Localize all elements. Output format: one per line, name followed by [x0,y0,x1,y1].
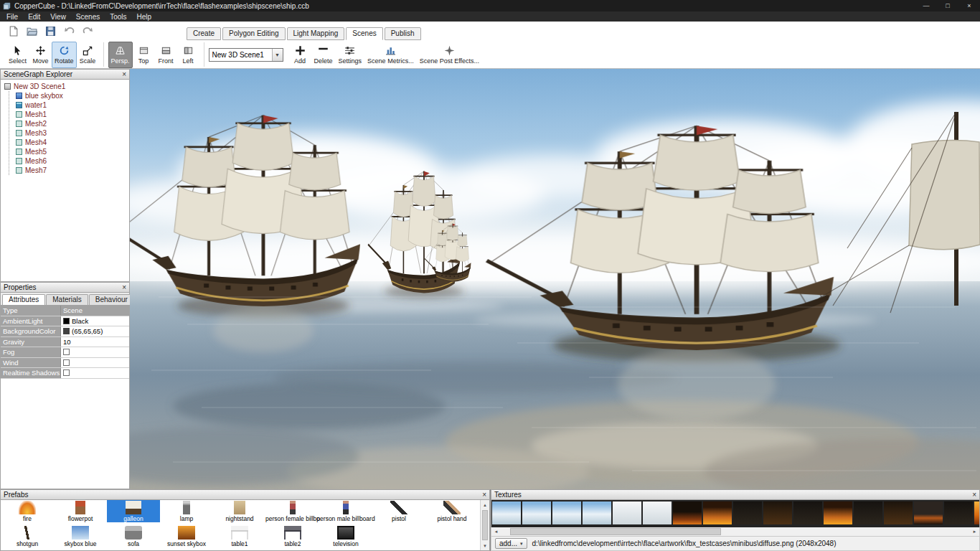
close-scenegraph-icon[interactable]: × [122,71,126,78]
color-swatch[interactable] [63,328,70,334]
prefab-item-shotgun[interactable]: shotgun [1,525,54,547]
scene-settings-button[interactable]: Settings [336,42,365,68]
scroll-right-icon[interactable]: ► [970,527,979,536]
persp-view-button[interactable]: Persp. [108,42,133,68]
prefab-item-sofa[interactable]: sofa [107,525,160,547]
tree-item-mesh4[interactable]: Mesh4 [16,138,129,147]
tree-item-scene-root[interactable]: New 3D Scene1 [4,82,129,91]
texture-thumb-8[interactable] [703,501,732,524]
tab-scenes[interactable]: Scenes [346,27,382,40]
prefab-item-person-male[interactable]: person male billboard [319,500,372,522]
prefab-item-skybox-blue[interactable]: skybox blue [54,525,107,547]
scene-selector-dropdown[interactable]: New 3D Scene1 ▼ [209,48,283,62]
scale-tool-button[interactable]: Scale [77,42,99,68]
wind-checkbox[interactable] [63,359,70,366]
scroll-track[interactable] [501,527,970,536]
tab-publish[interactable]: Publish [385,27,421,40]
texture-thumb-1[interactable] [492,501,521,524]
add-texture-button[interactable]: add... ▾ [495,538,527,549]
texture-thumb-9[interactable] [733,501,762,524]
prefab-item-galleon[interactable]: galleon [107,500,160,522]
tree-item-mesh6[interactable]: Mesh6 [16,156,129,166]
menu-help[interactable]: Help [132,11,157,22]
move-tool-button[interactable]: Move [29,42,52,68]
scroll-up-icon[interactable]: ▲ [481,500,489,509]
tree-item-blue-skybox[interactable]: blue skybox [16,91,129,100]
tree-item-mesh7[interactable]: Mesh7 [16,166,129,175]
prefab-item-television[interactable]: television [319,525,372,547]
close-textures-icon[interactable]: × [972,491,976,499]
scroll-down-icon[interactable]: ▼ [481,541,489,550]
prefab-item-table2[interactable]: table2 [266,525,319,547]
textures-scrollbar[interactable]: ◄ ► [491,527,980,537]
viewport-3d[interactable] [130,69,980,489]
tree-item-mesh3[interactable]: Mesh3 [16,128,129,138]
menu-scenes[interactable]: Scenes [71,11,105,22]
prefab-item-fire[interactable]: fire [1,500,54,522]
property-value-gravity[interactable]: 10 [61,337,129,347]
texture-thumb-7[interactable] [673,501,702,524]
tree-item-mesh2[interactable]: Mesh2 [16,119,129,128]
texture-thumb-4[interactable] [583,501,611,524]
tab-create[interactable]: Create [187,27,221,40]
scroll-thumb[interactable] [482,510,488,540]
texture-thumb-17[interactable] [974,501,980,524]
property-value-backgroundcolor[interactable]: (65,65,65) [61,326,129,336]
texture-thumb-3[interactable] [552,501,581,524]
property-value-ambientlight[interactable]: Black [61,316,129,326]
tab-attributes[interactable]: Attributes [2,294,45,305]
scene-post-effects-button[interactable]: Scene Post Effects... [417,42,482,68]
texture-thumb-15[interactable] [914,501,943,524]
texture-thumb-2[interactable] [522,501,551,524]
new-file-button[interactable] [7,25,19,37]
prefab-item-lamp[interactable]: lamp [160,500,213,522]
delete-scene-button[interactable]: Delete [311,42,336,68]
prefab-item-flowerpot[interactable]: flowerpot [54,500,107,522]
prefabs-scrollbar[interactable]: ▲ ▼ [480,500,489,550]
rotate-tool-button[interactable]: Rotate [52,42,77,68]
texture-thumb-16[interactable] [944,501,973,524]
color-swatch[interactable] [63,318,70,324]
realtime-shadows-checkbox[interactable] [63,369,70,376]
add-scene-button[interactable]: Add [289,42,311,68]
close-properties-icon[interactable]: × [122,284,126,291]
prefab-item-nightstand[interactable]: nightstand [213,500,266,522]
scene-metrics-button[interactable]: Scene Metrics... [364,42,417,68]
menu-tools[interactable]: Tools [105,11,131,22]
scroll-thumb[interactable] [510,528,721,535]
tree-item-mesh5[interactable]: Mesh5 [16,147,129,156]
front-view-button[interactable]: Front [155,42,177,68]
save-button[interactable] [44,25,57,37]
texture-thumb-14[interactable] [884,501,913,524]
prefab-item-pistol[interactable]: pistol [372,500,425,522]
texture-thumb-11[interactable] [793,501,822,524]
select-tool-button[interactable]: Select [6,42,29,68]
menu-view[interactable]: View [45,11,71,22]
tab-behaviour[interactable]: Behaviour [89,294,134,305]
prefab-item-pistol-hand[interactable]: pistol hand [425,500,479,522]
tab-polygon-editing[interactable]: Polygon Editing [222,27,286,40]
menu-edit[interactable]: Edit [23,11,45,22]
tab-light-mapping[interactable]: Light Mapping [287,27,345,40]
maximize-button[interactable]: □ [937,0,958,11]
tab-materials[interactable]: Materials [46,294,88,305]
left-view-button[interactable]: Left [177,42,199,68]
open-file-button[interactable] [26,25,38,37]
texture-thumb-5[interactable] [613,501,641,524]
redo-button[interactable] [82,25,94,37]
texture-thumb-6[interactable] [643,501,672,524]
minimize-button[interactable]: — [915,0,937,11]
texture-thumb-10[interactable] [763,501,792,524]
close-prefabs-icon[interactable]: × [482,491,486,499]
tree-item-water1[interactable]: water1 [16,100,129,110]
prefab-item-sunset-skybox[interactable]: sunset skybox [160,525,213,547]
prefab-item-table1[interactable]: table1 [213,525,266,547]
texture-thumb-13[interactable] [854,501,882,524]
menu-file[interactable]: File [1,11,23,22]
tree-item-mesh1[interactable]: Mesh1 [16,110,129,119]
texture-thumb-12[interactable] [824,501,852,524]
scroll-left-icon[interactable]: ◄ [491,527,501,536]
prefab-item-person-female[interactable]: person female billbo [266,500,319,522]
top-view-button[interactable]: Top [133,42,155,68]
fog-checkbox[interactable] [63,349,70,355]
